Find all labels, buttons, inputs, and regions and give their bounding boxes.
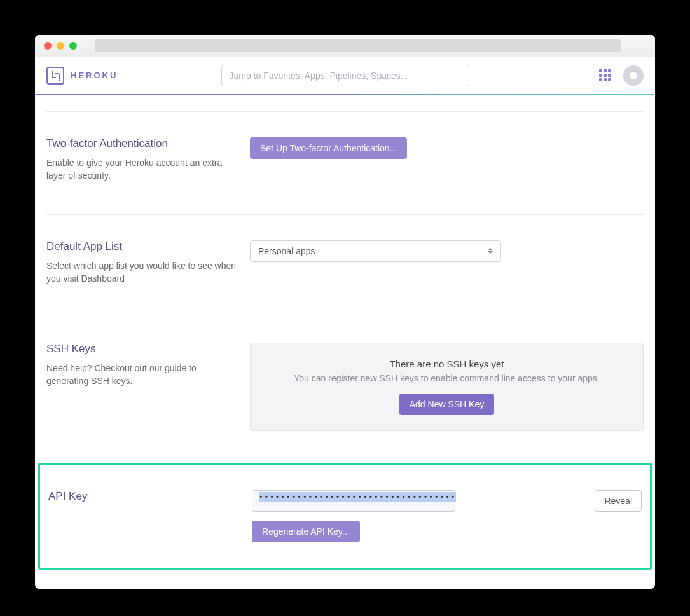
ssh-keys-desc: Need help? Checkout out our guide to gen… [46,362,237,388]
logo[interactable]: HEROKU [46,67,118,85]
select-value: Personal apps [258,246,315,256]
api-key-field[interactable]: •••••••••••••••••••••••••••••••••••• [252,490,455,512]
two-factor-title: Two-factor Authentication [46,137,237,150]
section-two-factor: Two-factor Authentication Enable to give… [46,111,644,214]
ninja-avatar-icon [627,69,640,82]
section-default-app-list: Default App List Select which app list y… [46,214,644,317]
page-content: Two-factor Authentication Enable to give… [35,95,655,589]
api-key-masked-value: •••••••••••••••••••••••••••••••••••• [259,492,456,502]
brand-text: HEROKU [71,71,118,80]
app-header: HEROKU [35,57,655,95]
section-api-key: API Key ••••••••••••••••••••••••••••••••… [38,463,652,570]
heroku-logo-icon [46,67,64,85]
app-list-desc: Select which app list you would like to … [46,259,237,285]
window-controls [44,42,77,50]
ssh-empty-state: There are no SSH keys yet You can regist… [250,343,644,431]
ssh-keys-title: SSH Keys [46,343,237,355]
setup-two-factor-button[interactable]: Set Up Two-factor Authentication... [250,137,407,159]
app-list-title: Default App List [46,240,237,253]
address-bar[interactable] [95,39,621,52]
regenerate-api-key-button[interactable]: Regenerate API Key... [252,521,360,542]
api-key-title: API Key [48,490,239,503]
generating-ssh-keys-link[interactable]: generating SSH keys [46,376,130,386]
avatar[interactable] [623,65,644,86]
default-app-list-select[interactable]: Personal apps [250,240,501,262]
close-window-icon[interactable] [44,42,52,50]
global-search-input[interactable] [221,65,469,86]
apps-grid-icon[interactable] [599,69,612,82]
add-ssh-key-button[interactable]: Add New SSH Key [399,394,495,415]
titlebar [35,35,655,57]
section-ssh-keys: SSH Keys Need help? Checkout out our gui… [46,317,644,463]
maximize-window-icon[interactable] [69,42,77,50]
minimize-window-icon[interactable] [57,42,64,50]
browser-window: HEROKU Two-factor Authentication Enable … [35,35,655,589]
select-chevrons-icon [488,248,493,254]
reveal-api-key-button[interactable]: Reveal [595,490,642,512]
ssh-empty-title: There are no SSH keys yet [266,359,628,369]
two-factor-desc: Enable to give your Heroku account an ex… [46,156,237,182]
ssh-empty-subtitle: You can register new SSH keys to enable … [266,373,628,383]
